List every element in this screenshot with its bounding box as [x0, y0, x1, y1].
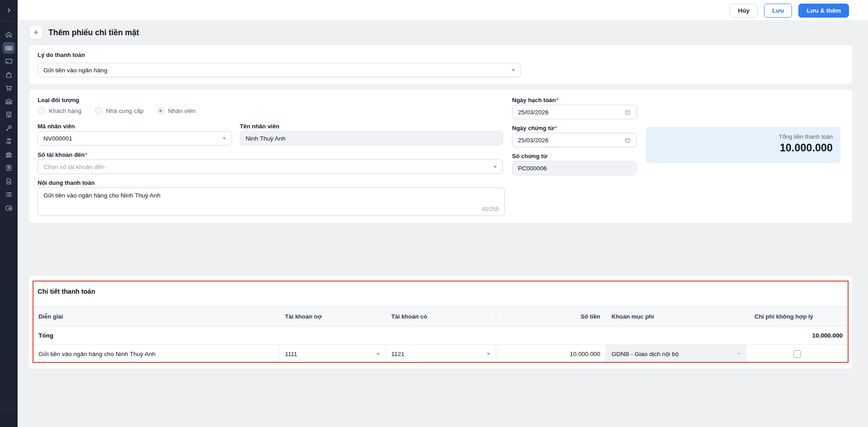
sidebar-item-tools[interactable] — [0, 122, 18, 135]
employee-name-field: Ninh Thuỳ Anh — [240, 131, 503, 145]
required-asterisk: * — [556, 97, 559, 103]
radio-customer-label: Khách hàng — [49, 108, 81, 114]
sidebar-item-list[interactable] — [0, 188, 18, 202]
sidebar-expand-button[interactable] — [0, 0, 18, 21]
reason-select[interactable]: Gửi tiền vào ngân hàng — [38, 63, 521, 77]
sidebar-item-invoice[interactable] — [0, 161, 18, 175]
sidebar-item-wallet[interactable] — [0, 202, 18, 215]
payment-detail-card: Chi tiết thanh toán Diễn giải Tài khoản … — [29, 276, 852, 369]
cell-fee-category-select: GDNB - Giao dịch nội bộ — [606, 345, 746, 363]
back-button[interactable] — [29, 25, 43, 39]
employee-name-label: Tên nhân viên — [240, 123, 279, 130]
sidebar-item-cash[interactable] — [0, 42, 18, 55]
payment-content-value: Gửi tiền vào ngân hàng cho Ninh Thuỳ Anh — [43, 192, 161, 199]
active-item-highlight — [3, 42, 15, 54]
warehouse-icon — [5, 97, 13, 106]
page-title: Thêm phiếu chi tiền mặt — [48, 28, 139, 38]
chevron-down-icon — [223, 137, 226, 140]
radio-customer[interactable]: Khách hàng — [38, 107, 81, 114]
col-header-invalid-expense: Chi phí không hợp lý — [746, 306, 848, 326]
chevron-down-icon — [487, 353, 490, 355]
employee-name-value: Ninh Thuỳ Anh — [246, 135, 285, 142]
sidebar-item-bank[interactable] — [0, 148, 18, 162]
cell-description[interactable]: Gửi tiền vào ngân hàng cho Ninh Thuỳ Anh — [33, 345, 280, 363]
required-asterisk: * — [555, 125, 557, 131]
bank-icon — [5, 150, 13, 159]
payment-content-label: Nội dung thanh toán — [38, 179, 95, 186]
cell-debit-account-select[interactable]: 1111 — [280, 345, 386, 363]
cell-credit-account-select[interactable]: 1121 — [386, 345, 496, 363]
invalid-expense-checkbox[interactable] — [793, 350, 801, 358]
credit-card-icon — [5, 57, 13, 66]
sidebar-item-building[interactable] — [0, 108, 18, 122]
radio-circle-icon — [95, 107, 102, 114]
table-total-row: Tổng 10.000.000 — [33, 327, 848, 345]
object-type-label: Loại đối tượng — [38, 97, 79, 103]
sidebar — [0, 0, 18, 427]
sidebar-item-shopping-cart[interactable] — [0, 81, 18, 95]
radio-employee[interactable]: Nhân viên — [157, 107, 195, 114]
reason-card: Lý do thanh toán Gửi tiền vào ngân hàng — [29, 45, 852, 84]
employee-code-select[interactable]: NV000001 — [38, 131, 232, 145]
col-header-credit-account: Tài khoản có — [386, 306, 496, 326]
sidebar-item-warehouse[interactable] — [0, 95, 18, 108]
sidebar-item-settings[interactable] — [0, 408, 18, 427]
total-row-amount: 10.000.000 — [278, 332, 848, 339]
radio-circle-icon — [38, 107, 45, 114]
employee-code-label: Mã nhân viên — [38, 123, 75, 130]
chevron-down-icon — [376, 353, 380, 355]
cash-icon — [5, 44, 13, 52]
col-header-amount: Số tiền — [496, 306, 606, 326]
building-icon — [5, 110, 13, 119]
payment-detail-table: Diễn giải Tài khoản nợ Tài khoản có Số t… — [33, 306, 848, 363]
reason-value: Gửi tiền vào ngân hàng — [43, 67, 107, 74]
cancel-button[interactable]: Hủy — [730, 4, 758, 18]
payment-content-textarea[interactable]: Gửi tiền vào ngân hàng cho Ninh Thuỳ Anh… — [38, 188, 505, 216]
chevron-right-icon — [5, 7, 13, 14]
sidebar-item-hand-coins[interactable] — [0, 135, 18, 148]
account-to-select[interactable]: Chọn số tài khoản đến — [38, 160, 503, 174]
total-row-label: Tổng — [33, 332, 278, 339]
arrow-left-icon — [32, 28, 40, 36]
wallet-icon — [5, 204, 13, 212]
char-counter: 40/255 — [482, 206, 499, 212]
employee-code-value: NV000001 — [43, 135, 72, 142]
radio-employee-label: Nhân viên — [168, 108, 195, 114]
col-header-fee-category: Khoản mục phí — [606, 306, 746, 326]
calendar-icon — [624, 137, 631, 144]
detail-section-title: Chi tiết thanh toán — [38, 288, 95, 295]
debit-account-value: 1111 — [285, 351, 297, 357]
invoice-dollar-icon — [5, 164, 13, 172]
chevron-down-icon — [737, 353, 740, 355]
gear-icon — [5, 413, 13, 422]
document-number-field: PC000006 — [512, 161, 637, 175]
document-date-value: 25/03/2026 — [518, 137, 549, 144]
required-asterisk: * — [85, 151, 87, 158]
cell-invalid-expense — [746, 345, 848, 363]
radio-supplier[interactable]: Nhà cung cấp — [95, 107, 143, 114]
credit-account-value: 1121 — [391, 351, 404, 357]
sidebar-item-credit-card[interactable] — [0, 55, 18, 68]
document-number-value: PC000006 — [518, 165, 547, 172]
chevron-down-icon — [512, 69, 515, 71]
save-button[interactable]: Lưu — [764, 4, 792, 18]
save-and-add-button[interactable]: Lưu & thêm — [798, 4, 849, 18]
sidebar-item-shopping-bag[interactable] — [0, 68, 18, 82]
account-to-placeholder: Chọn số tài khoản đến — [43, 164, 104, 170]
total-amount-value: 10.000.000 — [654, 142, 833, 154]
sidebar-item-document[interactable] — [0, 175, 18, 188]
topbar: Hủy Lưu Lưu & thêm — [18, 0, 868, 21]
table-row: Gửi tiền vào ngân hàng cho Ninh Thuỳ Anh… — [33, 345, 848, 363]
sidebar-item-home[interactable] — [0, 28, 18, 42]
radio-supplier-label: Nhà cung cấp — [106, 108, 143, 114]
reason-label: Lý do thanh toán — [38, 52, 85, 58]
calendar-icon — [624, 109, 631, 116]
document-icon — [5, 177, 13, 186]
list-icon — [5, 190, 13, 199]
posting-date-input[interactable]: 25/03/2026 — [512, 105, 637, 119]
posting-date-label: Ngày hạch toán* — [512, 97, 559, 103]
document-date-input[interactable]: 25/03/2026 — [512, 133, 637, 147]
chevron-down-icon — [493, 166, 497, 168]
fee-category-value: GDNB - Giao dịch nội bộ — [612, 351, 679, 357]
cell-amount[interactable]: 10.000.000 — [496, 345, 606, 363]
